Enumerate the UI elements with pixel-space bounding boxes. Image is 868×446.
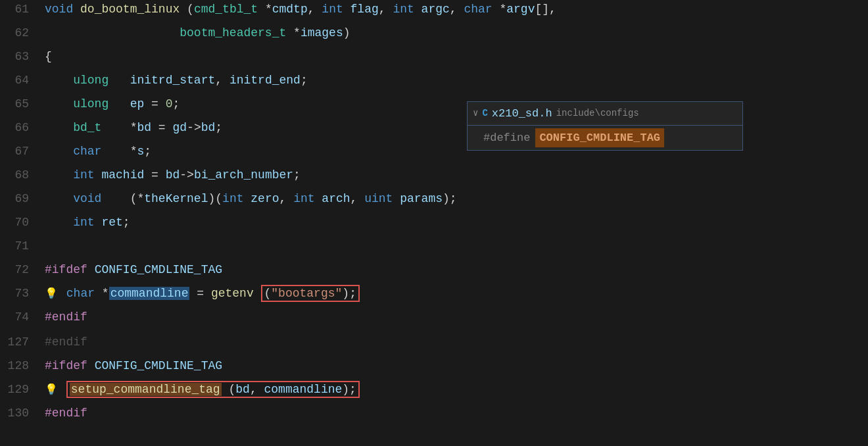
line-content-71	[39, 237, 868, 256]
code-line-127: 127 #endif	[0, 333, 868, 357]
code-line-74: 74 #endif	[0, 308, 868, 332]
line-number-70: 70	[0, 213, 39, 232]
code-line-63: 63 {	[0, 47, 868, 71]
line-content-64: ulong initrd_start, initrd_end;	[39, 71, 868, 90]
autocomplete-popup[interactable]: ∨ C x210_sd.h include\configs #define CO…	[467, 101, 743, 151]
code-line-73: 73 💡 char *commandline = getenv ("bootar…	[0, 284, 868, 308]
line-content-67: char *s;	[39, 142, 868, 161]
code-line-61: 61 void do_bootm_linux (cmd_tbl_t *cmdtp…	[0, 0, 868, 24]
line-number-71: 71	[0, 237, 39, 256]
line-content-127: #endif	[39, 333, 868, 352]
line-content-73: 💡 char *commandline = getenv ("bootargs"…	[39, 284, 868, 303]
autocomplete-item[interactable]: #define CONFIG_CMDLINE_TAG	[468, 126, 742, 150]
chevron-icon: ∨	[473, 106, 478, 120]
autocomplete-header: ∨ C x210_sd.h include\configs	[468, 102, 742, 126]
code-line-69: 69 void (*theKernel)(int zero, int arch,…	[0, 189, 868, 213]
code-line-64: 64 ulong initrd_start, initrd_end;	[0, 71, 868, 95]
define-label: #define	[483, 129, 530, 147]
line-number-66: 66	[0, 118, 39, 137]
line-number-62: 62	[0, 24, 39, 43]
line-number-63: 63	[0, 47, 39, 66]
autocomplete-path: include\configs	[556, 106, 639, 120]
line-content-62: bootm_headers_t *images)	[39, 24, 868, 43]
line-content-130: #endif	[39, 404, 868, 423]
line-content-68: int machid = bd->bi_arch_number;	[39, 166, 868, 185]
code-line-128: 128 #ifdef CONFIG_CMDLINE_TAG	[0, 357, 868, 380]
line-number-69: 69	[0, 189, 39, 209]
line-number-64: 64	[0, 71, 39, 90]
line-content-74: #endif	[39, 308, 868, 327]
code-line-70: 70 int ret;	[0, 213, 868, 237]
line-content-61: void do_bootm_linux (cmd_tbl_t *cmdtp, i…	[39, 0, 868, 19]
line-number-67: 67	[0, 142, 39, 161]
code-editor: 61 void do_bootm_linux (cmd_tbl_t *cmdtp…	[0, 0, 868, 446]
line-content-69: void (*theKernel)(int zero, int arch, ui…	[39, 189, 868, 209]
code-line-68: 68 int machid = bd->bi_arch_number;	[0, 166, 868, 189]
code-line-129: 129 💡 setup_commandline_tag (bd, command…	[0, 380, 868, 404]
line-content-72: #ifdef CONFIG_CMDLINE_TAG	[39, 260, 868, 280]
line-number-130: 130	[0, 404, 39, 423]
file-c-icon: C	[482, 106, 487, 120]
code-line-65: 65 ulong ep = 0; ∨ C x210_sd.h include\c…	[0, 95, 868, 118]
line-number-128: 128	[0, 357, 39, 376]
define-value: CONFIG_CMDLINE_TAG	[535, 128, 664, 147]
line-number-61: 61	[0, 0, 39, 19]
autocomplete-filename: x210_sd.h	[492, 105, 552, 122]
line-content-70: int ret;	[39, 213, 868, 232]
line-number-129: 129	[0, 380, 39, 399]
line-number-127: 127	[0, 333, 39, 352]
code-line-71: 71	[0, 237, 868, 260]
line-number-72: 72	[0, 260, 39, 280]
code-line-62: 62 bootm_headers_t *images)	[0, 24, 868, 47]
line-content-128: #ifdef CONFIG_CMDLINE_TAG	[39, 357, 868, 376]
line-number-73: 73	[0, 284, 39, 303]
line-content-66: bd_t *bd = gd->bd;	[39, 118, 868, 137]
line-number-65: 65	[0, 95, 39, 114]
code-area: 61 void do_bootm_linux (cmd_tbl_t *cmdtp…	[0, 0, 868, 446]
code-line-130: 130 #endif	[0, 404, 868, 428]
line-number-68: 68	[0, 166, 39, 185]
line-number-74: 74	[0, 308, 39, 327]
code-line-72: 72 #ifdef CONFIG_CMDLINE_TAG	[0, 260, 868, 284]
line-content-63: {	[39, 47, 868, 66]
line-content-129: 💡 setup_commandline_tag (bd, commandline…	[39, 380, 868, 399]
line-content-65: ulong ep = 0;	[39, 95, 868, 114]
